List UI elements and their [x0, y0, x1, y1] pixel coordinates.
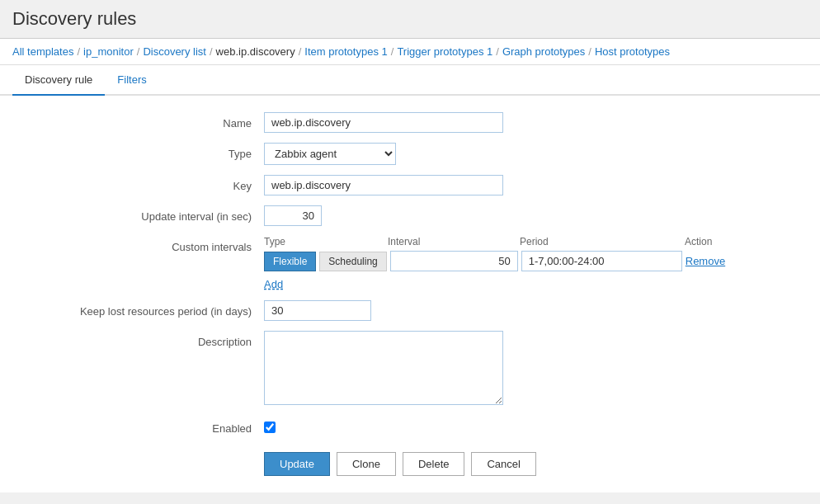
- keep-lost-label: Keep lost resources period (in days): [16, 300, 264, 318]
- breadcrumb-discovery-list[interactable]: Discovery list: [143, 45, 206, 58]
- description-field: [264, 331, 804, 407]
- ci-add-link[interactable]: Add: [264, 278, 283, 290]
- form-row-update-interval: Update interval (in sec): [16, 205, 804, 226]
- ci-remove-link[interactable]: Remove: [686, 255, 725, 267]
- delete-button[interactable]: Delete: [403, 452, 465, 476]
- type-field: Zabbix agent Zabbix agent (active) SNMP …: [264, 143, 804, 165]
- tab-discovery-rule[interactable]: Discovery rule: [12, 65, 105, 96]
- enabled-label: Enabled: [16, 417, 264, 435]
- name-field: [264, 112, 804, 133]
- name-label: Name: [16, 112, 264, 130]
- form-row-custom-intervals: Custom intervals Type Interval Period Ac…: [16, 236, 804, 290]
- keep-lost-field: [264, 300, 804, 321]
- breadcrumb-sep-3: /: [210, 45, 213, 58]
- type-select[interactable]: Zabbix agent Zabbix agent (active) SNMP …: [264, 143, 396, 165]
- ci-header-period: Period: [520, 236, 685, 247]
- key-field: [264, 175, 804, 195]
- description-textarea[interactable]: [264, 331, 503, 405]
- btn-scheduling[interactable]: Scheduling: [319, 252, 386, 271]
- type-label: Type: [16, 143, 264, 160]
- ci-header-type: Type: [264, 236, 388, 247]
- cancel-button[interactable]: Cancel: [471, 452, 535, 476]
- breadcrumb-current: web.ip.discovery: [216, 45, 295, 58]
- breadcrumb-all-templates[interactable]: All templates: [12, 45, 73, 58]
- breadcrumb-sep-7: /: [588, 45, 591, 58]
- update-interval-field: [264, 205, 804, 226]
- breadcrumb-ip-monitor[interactable]: ip_monitor: [83, 45, 134, 58]
- custom-intervals-label: Custom intervals: [16, 236, 264, 253]
- name-input[interactable]: [264, 112, 503, 133]
- form-row-description: Description: [16, 331, 804, 407]
- breadcrumb-sep-2: /: [137, 45, 140, 58]
- form-row-name: Name: [16, 112, 804, 133]
- description-label: Description: [16, 331, 264, 348]
- tab-bar: Discovery rule Filters: [0, 65, 820, 96]
- ci-period-input[interactable]: [521, 251, 682, 271]
- breadcrumb-graph-prototypes[interactable]: Graph prototypes: [502, 45, 585, 58]
- form-row-key: Key: [16, 175, 804, 195]
- page-header: Discovery rules: [0, 0, 820, 39]
- form-row-type: Type Zabbix agent Zabbix agent (active) …: [16, 143, 804, 165]
- enabled-field: [264, 417, 804, 436]
- key-input[interactable]: [264, 175, 503, 195]
- page-title: Discovery rules: [12, 8, 808, 30]
- ci-interval-input[interactable]: [390, 251, 518, 271]
- btn-flexible[interactable]: Flexible: [264, 252, 316, 271]
- breadcrumb-trigger-prototypes[interactable]: Trigger prototypes 1: [397, 45, 492, 58]
- tab-filters[interactable]: Filters: [105, 65, 158, 96]
- ci-header: Type Interval Period Action: [264, 236, 804, 247]
- enabled-checkbox[interactable]: [264, 422, 276, 433]
- update-button[interactable]: Update: [264, 452, 330, 476]
- keep-lost-input[interactable]: [264, 300, 371, 321]
- form-row-keep-lost: Keep lost resources period (in days): [16, 300, 804, 321]
- content-area: Name Type Zabbix agent Zabbix agent (act…: [0, 96, 820, 492]
- clone-button[interactable]: Clone: [337, 452, 396, 476]
- breadcrumb: All templates / ip_monitor / Discovery l…: [0, 39, 820, 65]
- ci-header-action: Action: [685, 236, 751, 247]
- custom-intervals-field: Type Interval Period Action Flexible Sch…: [264, 236, 804, 290]
- breadcrumb-sep-6: /: [496, 45, 499, 58]
- action-row: Update Clone Delete Cancel: [16, 452, 804, 476]
- breadcrumb-sep-4: /: [299, 45, 302, 58]
- key-label: Key: [16, 175, 264, 192]
- form-row-enabled: Enabled: [16, 417, 804, 436]
- breadcrumb-host-prototypes[interactable]: Host prototypes: [595, 45, 670, 58]
- ci-row-1: Flexible Scheduling Remove: [264, 251, 804, 271]
- update-interval-label: Update interval (in sec): [16, 205, 264, 223]
- breadcrumb-item-prototypes[interactable]: Item prototypes 1: [304, 45, 387, 58]
- update-interval-input[interactable]: [264, 205, 322, 226]
- ci-header-interval: Interval: [388, 236, 520, 247]
- breadcrumb-sep-1: /: [77, 45, 80, 58]
- breadcrumb-sep-5: /: [391, 45, 394, 58]
